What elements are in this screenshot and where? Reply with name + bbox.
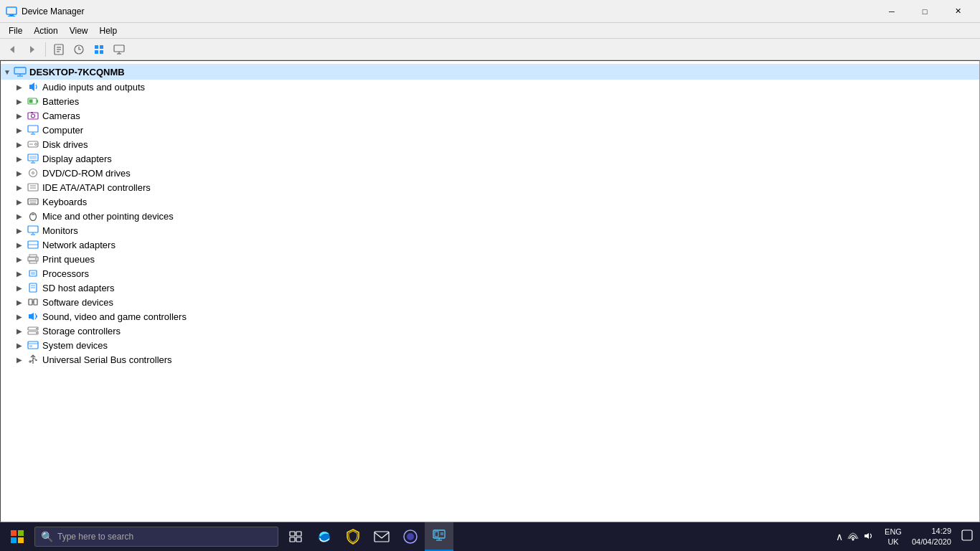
- svg-point-36: [29, 169, 37, 177]
- cameras-icon: [27, 110, 39, 121]
- device-manager-view-button[interactable]: [90, 41, 108, 58]
- displayadapters-label: Display adapters: [42, 154, 112, 164]
- sound-label: Sound, video and game controllers: [42, 311, 187, 322]
- taskbar: 🔍 Type here to search: [0, 522, 980, 551]
- usb-label: Universal Serial Bus controllers: [42, 354, 172, 365]
- batteries-icon: [27, 95, 39, 107]
- menu-action[interactable]: Action: [28, 24, 63, 37]
- tree-item-printqueues[interactable]: ▶ Print queues: [1, 252, 979, 266]
- diskdrives-expand-icon: ▶: [17, 141, 27, 149]
- taskbar-search-box[interactable]: 🔍 Type here to search: [34, 527, 278, 547]
- software-icon: [27, 296, 39, 308]
- title-bar: Device Manager ─ □ ✕: [0, 0, 980, 23]
- system-label: System devices: [42, 340, 108, 351]
- software-label: Software devices: [42, 297, 113, 308]
- computer-icon: [27, 124, 39, 136]
- svg-rect-79: [18, 537, 24, 543]
- svg-rect-57: [31, 272, 35, 275]
- svg-rect-47: [28, 226, 38, 232]
- tree-item-storage[interactable]: ▶ Storage controllers: [1, 324, 979, 338]
- batteries-expand-icon: ▶: [17, 98, 27, 105]
- tree-item-software[interactable]: ▶ Software devices: [1, 295, 979, 309]
- taskbar-app-security[interactable]: [339, 522, 367, 551]
- tree-item-monitors[interactable]: ▶ Monitors: [1, 223, 979, 237]
- svg-point-67: [36, 332, 37, 334]
- svg-rect-17: [14, 67, 26, 74]
- tray-chevron[interactable]: ∧: [836, 531, 843, 542]
- svg-point-87: [407, 533, 414, 540]
- start-button[interactable]: [3, 522, 32, 551]
- tree-item-keyboards[interactable]: ▶ Keyboards: [1, 194, 979, 209]
- tree-item-network[interactable]: ▶ Network adapters: [1, 237, 979, 252]
- tree-root-node[interactable]: ▼ DESKTOP-7KCQNMB: [1, 64, 979, 80]
- sound-expand-icon: ▶: [17, 313, 27, 321]
- window-title: Device Manager: [22, 6, 875, 17]
- svg-rect-11: [100, 45, 103, 49]
- processors-icon: [27, 268, 39, 279]
- svg-rect-1: [9, 14, 14, 16]
- network-label: Network adapters: [42, 240, 116, 250]
- tree-item-system[interactable]: ▶ System devices: [1, 338, 979, 352]
- toolbar: [0, 39, 980, 60]
- taskbar-app-devicemanager[interactable]: [425, 522, 453, 551]
- notification-button[interactable]: [957, 529, 977, 544]
- printqueues-expand-icon: ▶: [17, 255, 27, 263]
- taskbar-app-mail[interactable]: [367, 522, 396, 551]
- language-region[interactable]: ENG UK: [880, 522, 906, 551]
- keyboards-expand-icon: ▶: [17, 198, 27, 206]
- back-button[interactable]: [3, 41, 22, 58]
- processors-label: Processors: [42, 268, 89, 279]
- tree-item-audio[interactable]: ▶ Audio inputs and outputs: [1, 80, 979, 94]
- audio-expand-icon: ▶: [17, 83, 27, 91]
- minimize-button[interactable]: ─: [875, 0, 908, 23]
- usb-expand-icon: ▶: [17, 356, 27, 364]
- svg-rect-10: [95, 45, 98, 49]
- close-button[interactable]: ✕: [941, 0, 974, 23]
- tree-item-dvd[interactable]: ▶ DVD/CD-ROM drives: [1, 166, 979, 180]
- monitors-icon: [27, 225, 39, 236]
- ide-icon: [27, 182, 39, 193]
- menu-view[interactable]: View: [64, 24, 94, 37]
- dvd-icon: [27, 167, 39, 179]
- svg-rect-26: [28, 126, 38, 132]
- audio-icon: [27, 81, 39, 93]
- tree-item-displayadapters[interactable]: ▶ Display adapters: [1, 151, 979, 166]
- tray-volume[interactable]: [863, 531, 875, 543]
- properties-button[interactable]: [50, 41, 68, 58]
- svg-rect-62: [34, 299, 37, 305]
- update-driver-button[interactable]: [70, 41, 88, 58]
- tree-item-usb[interactable]: ▶ Universal Serial Bus controllers: [1, 352, 979, 367]
- maximize-button[interactable]: □: [908, 0, 941, 23]
- taskbar-app-protection[interactable]: [396, 522, 425, 551]
- mice-expand-icon: ▶: [17, 212, 27, 220]
- search-placeholder-text: Type here to search: [57, 532, 133, 542]
- tray-network[interactable]: [847, 531, 859, 543]
- displayadapters-icon: [27, 153, 39, 164]
- tree-item-computer[interactable]: ▶ Computer: [1, 123, 979, 137]
- tree-item-sound[interactable]: ▶ Sound, video and game controllers: [1, 309, 979, 324]
- taskbar-app-edge[interactable]: [310, 522, 339, 551]
- tree-item-diskdrives[interactable]: ▶ Disk drives: [1, 137, 979, 151]
- svg-marker-4: [30, 46, 34, 53]
- task-view-button[interactable]: [281, 522, 310, 551]
- forward-button[interactable]: [23, 41, 42, 58]
- monitor-button[interactable]: [110, 41, 128, 58]
- svg-point-24: [32, 114, 35, 118]
- system-icon: [27, 339, 39, 351]
- menu-help[interactable]: Help: [94, 24, 123, 37]
- tree-item-processors[interactable]: ▶ Processors: [1, 266, 979, 281]
- menu-file[interactable]: File: [3, 24, 28, 37]
- tree-item-mice[interactable]: ▶ Mice and other pointing devices: [1, 209, 979, 223]
- printqueues-icon: [27, 253, 39, 265]
- tree-item-ide[interactable]: ▶ IDE ATA/ATAPI controllers: [1, 180, 979, 194]
- taskbar-clock[interactable]: 14:29 04/04/2020: [906, 526, 957, 548]
- software-expand-icon: ▶: [17, 298, 27, 306]
- keyboards-icon: [27, 196, 39, 207]
- tree-item-sdhost[interactable]: ▶ SD host adapters: [1, 281, 979, 295]
- tree-item-batteries[interactable]: ▶ Batteries: [1, 94, 979, 108]
- svg-rect-41: [28, 199, 38, 204]
- computer-label: Computer: [42, 125, 83, 136]
- svg-rect-2: [8, 16, 15, 17]
- device-tree-area[interactable]: ▼ DESKTOP-7KCQNMB ▶ Audio inputs and out…: [0, 60, 980, 522]
- tree-item-cameras[interactable]: ▶ Cameras: [1, 108, 979, 123]
